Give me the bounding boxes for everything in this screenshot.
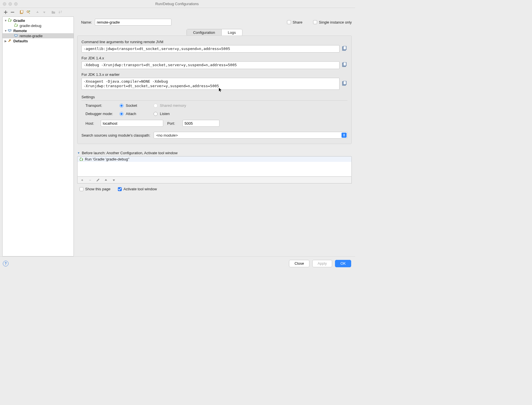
- wrench-icon: [8, 39, 12, 43]
- classpath-label: Search sources using module's classpath:: [81, 133, 150, 137]
- svg-point-2: [27, 11, 29, 12]
- tree-node-remote-gradle[interactable]: remote-gradle: [3, 33, 74, 38]
- edit-task-icon[interactable]: [96, 178, 100, 182]
- close-button[interactable]: Close: [289, 260, 309, 267]
- before-launch-item[interactable]: Run 'Gradle 'gradle-debug'': [78, 156, 351, 162]
- move-down-icon: [41, 9, 48, 16]
- activate-tool-window-checkbox[interactable]: Activate tool window: [118, 187, 157, 191]
- jdk14-field[interactable]: -Xdebug -Xrunjdwp:transport=dt_socket,se…: [81, 61, 340, 69]
- svg-rect-15: [343, 62, 346, 66]
- svg-rect-7: [9, 30, 11, 31]
- svg-point-18: [80, 158, 83, 161]
- debugger-mode-label: Debugger mode:: [85, 112, 120, 116]
- svg-rect-13: [343, 46, 346, 50]
- move-task-down-icon[interactable]: [112, 178, 116, 182]
- svg-rect-11: [15, 37, 16, 37]
- settings-header: Settings: [81, 95, 347, 99]
- mode-attach-radio[interactable]: Attach: [120, 112, 154, 116]
- gradle-icon: [79, 157, 83, 161]
- name-label: Name:: [77, 20, 92, 24]
- host-label: Host:: [85, 121, 97, 126]
- port-label: Port:: [167, 121, 179, 126]
- window-controls: [3, 2, 18, 6]
- folder-icon: [50, 9, 57, 16]
- tab-logs[interactable]: Logs: [221, 29, 242, 36]
- share-checkbox[interactable]: Share: [287, 20, 303, 24]
- classpath-value: <no module>: [156, 133, 178, 137]
- name-input[interactable]: [95, 19, 171, 26]
- ok-button[interactable]: OK: [335, 260, 351, 267]
- copy-icon[interactable]: [342, 62, 347, 68]
- cmd-args-field[interactable]: -agentlib:jdwp=transport=dt_socket,serve…: [81, 45, 340, 53]
- before-launch-toolbar: ＋ －: [77, 177, 352, 183]
- remote-icon: [14, 34, 18, 38]
- show-this-page-checkbox[interactable]: Show this page: [79, 187, 110, 191]
- svg-point-5: [14, 24, 17, 27]
- jdk14-label: For JDK 1.4.x: [81, 56, 347, 60]
- window-title: Run/Debug Configurations: [18, 2, 336, 6]
- remote-icon: [8, 28, 12, 33]
- transport-shared-radio: Shared memory: [154, 103, 202, 108]
- svg-rect-1: [21, 10, 23, 13]
- jdk13-field[interactable]: -Xnoagent -Djava.compiler=NONE -Xdebug -…: [81, 78, 340, 90]
- host-input[interactable]: [101, 120, 163, 127]
- svg-point-4: [8, 19, 11, 22]
- copy-icon[interactable]: [342, 81, 347, 87]
- edit-defaults-icon[interactable]: [25, 9, 32, 16]
- svg-rect-17: [343, 81, 346, 85]
- before-launch-header[interactable]: ▼ Before launch: Another Configuration, …: [77, 151, 352, 155]
- add-task-icon[interactable]: ＋: [80, 178, 84, 182]
- svg-point-3: [29, 11, 30, 12]
- transport-socket-radio[interactable]: Socket: [120, 103, 154, 108]
- tree-node-defaults[interactable]: ▶ Defaults: [3, 38, 74, 43]
- tree-node-gradle-debug[interactable]: gradle-debug: [3, 23, 74, 28]
- single-instance-checkbox[interactable]: Single instance only: [313, 20, 352, 24]
- svg-rect-10: [15, 35, 17, 36]
- apply-button: Apply: [312, 260, 332, 267]
- titlebar: Run/Debug Configurations: [0, 0, 355, 8]
- port-input[interactable]: [183, 120, 219, 127]
- config-toolbar: [0, 8, 355, 16]
- move-task-up-icon[interactable]: [104, 178, 108, 182]
- classpath-select[interactable]: <no module> ▲▼: [154, 132, 347, 139]
- copy-config-icon[interactable]: [18, 9, 25, 16]
- chevron-down-icon: ▼: [77, 151, 80, 155]
- config-tree[interactable]: ▼ Gradle gradle-debug ▼ Remote remote-gr…: [2, 16, 74, 256]
- jdk13-label: For JDK 1.3.x or earlier: [81, 72, 347, 77]
- svg-rect-8: [9, 32, 10, 32]
- chevron-up-down-icon: ▲▼: [342, 133, 347, 138]
- dialog-footer: ? Close Apply OK: [0, 256, 355, 270]
- config-tabs: Configuration Logs: [187, 29, 242, 36]
- remove-config-icon[interactable]: [9, 9, 16, 16]
- copy-icon[interactable]: [342, 46, 347, 52]
- sort-icon: [57, 9, 64, 16]
- tree-node-gradle[interactable]: ▼ Gradle: [3, 18, 74, 23]
- zoom-window-icon[interactable]: [14, 2, 18, 6]
- remove-task-icon[interactable]: －: [88, 178, 92, 182]
- move-up-icon: [34, 9, 41, 16]
- configuration-panel: Command line arguments for running remot…: [77, 36, 352, 144]
- close-window-icon[interactable]: [3, 2, 6, 6]
- cmd-args-label: Command line arguments for running remot…: [81, 40, 347, 44]
- gradle-icon: [14, 23, 18, 28]
- mode-listen-radio[interactable]: Listen: [154, 112, 202, 116]
- tab-configuration[interactable]: Configuration: [187, 29, 221, 36]
- help-icon[interactable]: ?: [3, 261, 9, 266]
- divider: [81, 100, 347, 101]
- transport-label: Transport:: [85, 103, 120, 108]
- tree-node-remote[interactable]: ▼ Remote: [3, 28, 74, 33]
- before-launch-list[interactable]: Run 'Gradle 'gradle-debug'': [77, 156, 352, 177]
- run-debug-config-window: Run/Debug Configurations ▼ Gradle g: [0, 0, 355, 270]
- add-config-icon[interactable]: [2, 9, 9, 16]
- minimize-window-icon[interactable]: [9, 2, 12, 6]
- gradle-icon: [8, 18, 12, 23]
